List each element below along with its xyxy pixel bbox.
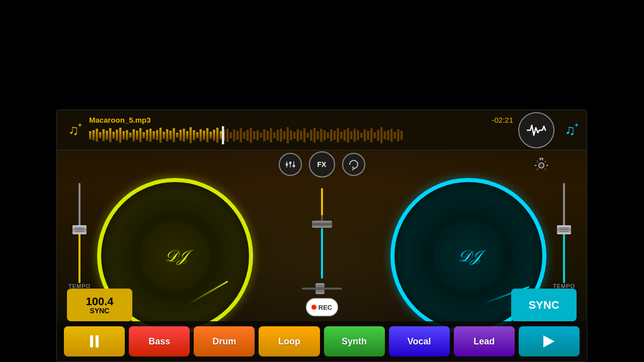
- waveform-section: Macaroon_5.mp3 -02:21: [89, 115, 513, 145]
- svg-rect-10: [123, 131, 125, 139]
- pause-button[interactable]: [64, 326, 125, 356]
- tempo-slider-right: TEMPO: [556, 183, 572, 291]
- rec-button[interactable]: REC: [306, 298, 338, 316]
- svg-rect-36: [210, 132, 212, 139]
- tempo-slider-left: TEMPO: [72, 183, 87, 291]
- svg-rect-27: [180, 130, 182, 141]
- track-name: Macaroon_5.mp3: [89, 116, 151, 124]
- loop-label: Loop: [278, 336, 300, 347]
- svg-rect-30: [190, 127, 192, 143]
- dj-app: ♫+ Macaroon_5.mp3 -02:21: [56, 110, 587, 362]
- heartbeat-button[interactable]: [518, 112, 554, 148]
- svg-rect-5: [106, 131, 108, 140]
- svg-rect-82: [364, 129, 366, 141]
- svg-rect-43: [233, 129, 235, 141]
- svg-rect-48: [250, 128, 252, 143]
- svg-rect-79: [354, 129, 356, 142]
- drum-label: Drum: [212, 336, 236, 347]
- settings-button[interactable]: [530, 154, 552, 176]
- volume-fader-handle[interactable]: [312, 221, 332, 228]
- svg-rect-15: [139, 128, 141, 142]
- loop-pad-button[interactable]: Loop: [259, 326, 319, 356]
- svg-rect-81: [360, 133, 362, 138]
- lead-label: Lead: [473, 336, 495, 347]
- svg-rect-39: [220, 131, 222, 139]
- svg-rect-61: [293, 132, 295, 139]
- equalizer-icon: [285, 159, 296, 170]
- svg-rect-56: [277, 130, 279, 141]
- svg-rect-14: [136, 131, 138, 140]
- svg-rect-73: [334, 131, 336, 140]
- svg-rect-74: [337, 128, 339, 142]
- tempo-track-left[interactable]: [78, 183, 80, 283]
- svg-rect-2: [96, 129, 98, 142]
- svg-rect-35: [206, 128, 208, 142]
- fx-button[interactable]: FX: [309, 151, 335, 177]
- svg-rect-54: [270, 128, 272, 142]
- play-button[interactable]: [519, 326, 580, 356]
- synth-button[interactable]: Synth: [324, 326, 385, 356]
- svg-rect-25: [173, 128, 175, 142]
- svg-rect-93: [400, 131, 403, 140]
- svg-rect-28: [183, 129, 185, 142]
- controls-row: FX: [57, 150, 587, 178]
- turntable-left-center: 𝒟𝒥: [140, 221, 210, 291]
- sync-button-right[interactable]: SYNC: [511, 289, 577, 321]
- volume-fader-track[interactable]: [321, 188, 323, 279]
- deck-area: TEMPO 𝒟𝒥: [57, 178, 587, 321]
- top-bar: ♫+ Macaroon_5.mp3 -02:21: [57, 110, 587, 150]
- lead-button[interactable]: Lead: [454, 326, 515, 356]
- svg-rect-62: [297, 129, 299, 141]
- bottom-buttons-bar: Bass Drum Loop Synth Vocal Lead: [57, 321, 587, 361]
- tempo-track-right[interactable]: [563, 183, 565, 283]
- svg-rect-21: [159, 128, 162, 143]
- svg-rect-32: [196, 132, 198, 138]
- rec-dot: [311, 305, 316, 310]
- drum-button[interactable]: Drum: [194, 326, 255, 356]
- bass-button[interactable]: Bass: [129, 326, 190, 356]
- svg-rect-55: [273, 132, 275, 138]
- svg-rect-9: [119, 128, 121, 143]
- track-time: -02:21: [492, 116, 513, 124]
- svg-rect-23: [166, 129, 168, 141]
- waveform-display[interactable]: [89, 126, 513, 144]
- svg-rect-71: [327, 132, 329, 138]
- svg-rect-47: [247, 130, 249, 141]
- tempo-handle-right[interactable]: [557, 225, 571, 234]
- svg-rect-94: [222, 126, 224, 144]
- gear-icon: [533, 157, 550, 174]
- dj-label-right: 𝒟𝒥: [457, 247, 479, 265]
- add-music-right-button[interactable]: ♫+: [559, 120, 581, 141]
- eq-button[interactable]: [279, 153, 302, 176]
- pause-icon: [90, 335, 99, 347]
- svg-rect-76: [344, 130, 346, 141]
- svg-rect-7: [113, 132, 115, 139]
- svg-rect-37: [213, 130, 215, 141]
- fx-label: FX: [317, 160, 327, 168]
- svg-rect-51: [260, 133, 262, 138]
- svg-rect-90: [390, 129, 392, 142]
- sync-label-right: SYNC: [528, 299, 559, 312]
- svg-rect-1: [93, 130, 95, 140]
- svg-rect-11: [126, 130, 128, 140]
- svg-point-98: [289, 161, 291, 164]
- vocal-button[interactable]: Vocal: [389, 326, 450, 356]
- svg-rect-31: [193, 130, 195, 140]
- svg-rect-6: [109, 128, 111, 142]
- svg-rect-92: [397, 129, 399, 141]
- turntable-right-center: 𝒟𝒥: [433, 221, 504, 291]
- svg-rect-80: [357, 130, 359, 140]
- svg-rect-0: [89, 131, 91, 139]
- svg-rect-66: [310, 130, 312, 141]
- svg-rect-83: [367, 131, 369, 140]
- crossfader-track[interactable]: [302, 288, 342, 290]
- svg-point-96: [285, 163, 288, 165]
- add-music-left-button[interactable]: ♫+: [63, 120, 84, 141]
- bpm-sync-button-left[interactable]: 100.4 SYNC: [67, 289, 132, 321]
- play-icon: [543, 335, 554, 347]
- loop-button[interactable]: [342, 153, 365, 176]
- center-mixer: [307, 188, 337, 290]
- crossfader-handle[interactable]: [315, 283, 325, 294]
- tempo-handle-left[interactable]: [72, 225, 87, 234]
- svg-rect-70: [324, 130, 326, 140]
